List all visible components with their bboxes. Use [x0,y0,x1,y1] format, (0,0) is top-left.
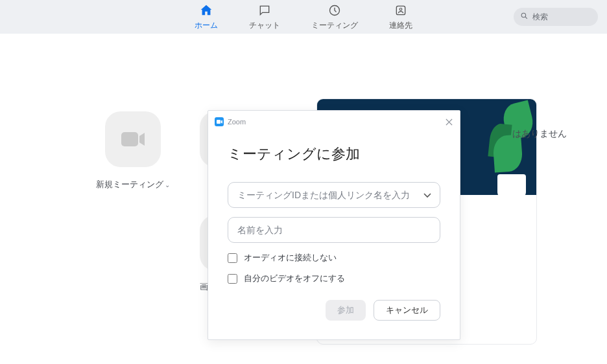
nav-label: ミーティング [311,20,358,31]
svg-rect-4 [121,132,138,146]
join-button[interactable]: 参加 [326,300,366,321]
chevron-down-icon[interactable] [423,189,431,201]
video-off-checkbox[interactable]: 自分のビデオをオフにする [228,273,440,284]
cancel-button[interactable]: キャンセル [374,300,440,321]
home-icon [199,3,213,17]
nav-meetings[interactable]: ミーティング [307,1,362,34]
zoom-app-icon [215,117,224,126]
nav-label: 連絡先 [389,20,412,31]
modal-titlebar: Zoom [208,116,460,128]
checkbox-input[interactable] [228,274,237,284]
meeting-id-wrap [228,182,440,208]
content: 新規ミーティング ⌄ 19 スケジュール 画 はありませ [0,34,607,364]
tile-label: 新規ミーティング ⌄ [96,179,170,190]
camera-icon [105,111,161,167]
nav-contacts[interactable]: 連絡先 [385,1,416,34]
new-meeting-tile[interactable]: 新規ミーティング ⌄ [96,111,170,227]
search-icon [520,12,529,22]
audio-off-checkbox[interactable]: オーディオに接続しない [228,252,440,264]
titlebar-left: Zoom [215,117,246,126]
clock-icon [327,3,342,17]
modal-app-title: Zoom [228,118,246,126]
modal-heading: ミーティングに参加 [228,144,440,164]
svg-rect-9 [217,120,220,124]
modal-footer: 参加 キャンセル [208,284,460,321]
name-input-wrap [228,217,440,243]
search-input[interactable]: 検索 [514,8,598,26]
no-meeting-text: はありません [512,128,582,140]
checkbox-label: 自分のビデオをオフにする [244,273,345,284]
close-icon[interactable] [444,117,453,126]
name-input[interactable] [228,217,440,243]
svg-point-3 [521,13,526,17]
search-placeholder: 検索 [532,12,548,23]
join-meeting-modal: Zoom ミーティングに参加 オーディオに接続しない [208,110,460,340]
top-nav: ホーム チャット ミーティング 連絡先 検索 [0,0,607,34]
contacts-icon [394,3,408,17]
nav-label: チャット [249,20,280,31]
nav-items: ホーム チャット ミーティング 連絡先 [191,1,416,34]
meeting-id-input[interactable] [228,182,440,208]
checkbox-label: オーディオに接続しない [244,252,337,264]
svg-point-2 [399,8,402,10]
chevron-down-icon[interactable]: ⌄ [165,181,170,188]
nav-home[interactable]: ホーム [191,1,222,34]
chat-icon [257,3,272,17]
nav-label: ホーム [195,20,218,31]
nav-chat[interactable]: チャット [245,1,284,34]
checkbox-input[interactable] [228,253,237,263]
modal-body: ミーティングに参加 オーディオに接続しない 自分のビデオをオフにする [208,128,460,284]
